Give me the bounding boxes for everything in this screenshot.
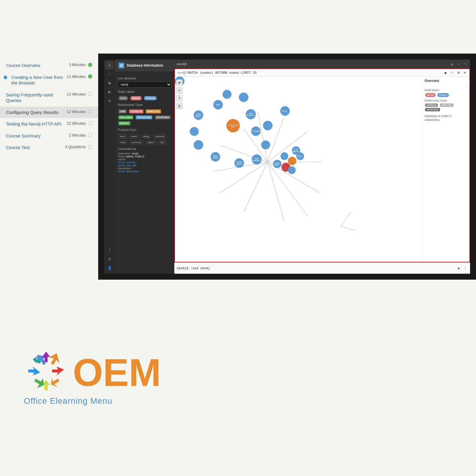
query-pane-play-btn[interactable]: ▶ — [444, 70, 448, 75]
sidebar-item-testing-http[interactable]: Testing the Neo4j HTTP API 12 Minutes — [0, 118, 98, 130]
sidebar-item-title-course-summary: Course Summary — [6, 133, 65, 139]
rel-type-acted-in[interactable]: ACTED IN — [129, 109, 143, 113]
graph-node-7[interactable]: Cuba Gooding Jr — [252, 154, 262, 165]
sidebar-item-title-course-overview: Course Overview — [6, 62, 65, 68]
overview-badge-person[interactable]: Person — [437, 93, 449, 97]
rel-type-wrote[interactable]: WROTE — [118, 121, 130, 125]
topbar-close-btn[interactable]: ✕ — [463, 62, 468, 66]
rel-type-directed[interactable]: DIRECTED — [146, 109, 161, 113]
svg-point-0 — [120, 64, 123, 67]
graph-node-center[interactable]: A Few Good Men — [226, 119, 240, 132]
graph-node-4[interactable] — [194, 140, 203, 150]
db-panel-icon — [118, 62, 124, 68]
graph-node-6[interactable]: Kevin Bacon — [234, 158, 244, 168]
main-content-row: Course Overview 3 Minutes Creating a New… — [0, 54, 476, 280]
browser-topbar-title: neo4j$ — [177, 62, 448, 66]
svg-line-6 — [244, 162, 267, 212]
home-icon-btn[interactable]: ⌂ — [105, 61, 114, 69]
svg-marker-18 — [47, 351, 63, 367]
overview-rel-types: ACTED IN DIRECTED PRODUCED — [425, 103, 467, 112]
sidebar-item-title-configuring-query: Configuring Query Results — [6, 109, 65, 115]
rel-type-follows[interactable]: FOLLOWS — [118, 115, 133, 119]
graph-node-5[interactable]: Kathy Bates — [211, 152, 220, 162]
prop-name: name — [129, 134, 139, 138]
overview-badge-movie[interactable]: Movie — [425, 93, 436, 97]
gear-icon-btn[interactable]: ⚙ — [105, 255, 114, 263]
topbar-play-btn[interactable]: ▶ — [450, 62, 455, 66]
play-icon-btn[interactable]: ▶ — [105, 88, 114, 96]
graph-node-8[interactable] — [261, 140, 270, 149]
overview-header-row: › — [425, 84, 467, 87]
sidebar-item-meta-1: 11 Minutes — [65, 74, 92, 79]
rel-type-produced[interactable]: PRODUCED — [136, 115, 152, 119]
svg-marker-19 — [52, 367, 64, 375]
prop-keys-container: born name rating released roles summary … — [118, 133, 171, 145]
rel-types-container: 1258 ACTED IN DIRECTED FOLLOWS PRODUCED … — [118, 108, 171, 126]
svg-line-15 — [341, 226, 356, 231]
server-user-list-link[interactable]: server user list — [118, 161, 171, 164]
content-area: ⌂ ☆ ◉ ▶ ⚙ ? ⚙ 👤 Database Information — [98, 54, 476, 280]
sidebar-item-indicator-3 — [88, 109, 92, 114]
oem-logo: OEM Office Elearning Menu — [24, 350, 161, 406]
prop-rating: rating — [141, 134, 151, 138]
graph-tool-code[interactable]: {} — [176, 103, 183, 109]
graph-node-1[interactable]: Wyk — [213, 100, 223, 109]
graph-node-12[interactable] — [223, 90, 231, 99]
bottom-query-star-btn[interactable]: ☆ — [463, 266, 468, 271]
graph-node-2[interactable]: Claire Mason — [194, 110, 203, 120]
graph-node-jt[interactable]: J.T. Walsh — [251, 126, 261, 136]
graph-node-bottom-1[interactable]: Hugo Weav... — [273, 160, 281, 168]
server-disconnect-link[interactable]: server disconnect — [118, 170, 171, 173]
overview-rel-acted: ACTED IN — [425, 104, 438, 107]
graph-node-ai[interactable]: Al Pa... — [280, 106, 290, 116]
sidebar-item-creating-user[interactable]: Creating a New User from the Browser 11 … — [0, 71, 98, 89]
rel-type-reviewed[interactable]: REVIEWED — [155, 115, 171, 119]
browser-main-wrapper: neo4j$ ▶ ⤢ ✕ neo4j$ MATCH (nodes) RETURN… — [174, 60, 470, 274]
user-icon-btn[interactable]: 👤 — [105, 264, 114, 272]
sidebar-item-meta-6: 4 Questions — [65, 145, 92, 149]
bottom-query-play-btn[interactable]: ▶ — [457, 266, 461, 271]
rel-types-title: Relationship Types — [118, 103, 171, 107]
star-icon-btn[interactable]: ☆ — [105, 70, 114, 78]
overview-display-text: Displaying 25 nodes, 0 relationships. — [425, 114, 467, 122]
graph-tool-text[interactable]: T — [176, 95, 183, 101]
rel-type-1258[interactable]: 1258 — [118, 109, 127, 113]
query-pane-settings-btn[interactable]: ⚙ — [456, 70, 461, 75]
graph-tool-expand[interactable]: ⊞ — [176, 79, 183, 86]
query-pane-close-btn[interactable]: ✕ — [462, 70, 467, 75]
sidebar-item-indicator-4 — [88, 121, 92, 126]
db-select[interactable]: neo4j — [118, 82, 171, 88]
sidebar-item-title-creating-user: Creating a New User from the Browser — [11, 74, 65, 86]
graph-node-bottom-orange[interactable] — [288, 157, 296, 165]
graph-node-9[interactable] — [263, 121, 273, 130]
graph-node-3[interactable] — [190, 127, 199, 136]
prop-summary: summary — [130, 140, 143, 144]
graph-node-sean[interactable]: Sea... — [296, 152, 304, 160]
sidebar-item-saving-queries[interactable]: Saving Frequently-used Queries 12 Minute… — [0, 89, 98, 107]
server-user-add-link[interactable]: server user add — [118, 164, 171, 167]
overview-expand-btn[interactable]: › — [466, 84, 467, 87]
node-label-movie[interactable]: Movie — [130, 96, 142, 100]
sidebar-item-configuring-query[interactable]: Configuring Query Results 12 Minutes — [0, 107, 98, 118]
sidebar-item-title-testing-http: Testing the Neo4j HTTP API — [6, 121, 65, 127]
overview-node-labels: Movie Person — [425, 93, 467, 98]
sidebar-item-course-summary[interactable]: Course Summary 2 Minutes — [0, 130, 98, 142]
db-panel-header: Database Information — [115, 60, 174, 71]
query-pane-star-btn[interactable]: ☆ — [450, 70, 455, 75]
sidebar-item-course-overview[interactable]: Course Overview 3 Minutes — [0, 60, 98, 71]
graph-tool-table[interactable]: ≡ — [176, 87, 183, 94]
graph-node-bottom-3[interactable] — [288, 166, 296, 174]
graph-node-11[interactable] — [239, 93, 248, 102]
topbar-expand-btn[interactable]: ⤢ — [456, 62, 461, 66]
node-label-1171[interactable]: 1171 — [118, 96, 128, 100]
sidebar-item-course-test[interactable]: Course Test 4 Questions — [0, 142, 98, 154]
svg-line-5 — [220, 162, 268, 193]
settings-small-btn[interactable]: ⚙ — [105, 97, 114, 105]
graph-node-jack[interactable]: Jack Nicholson — [246, 109, 256, 119]
db-icon-btn[interactable]: ◉ — [105, 79, 114, 87]
node-label-person[interactable]: Person — [144, 96, 157, 100]
graph-node-bottom-2[interactable] — [281, 152, 288, 160]
neo4j-container: ⌂ ☆ ◉ ▶ ⚙ ? ⚙ 👤 Database Information — [104, 60, 470, 274]
oem-arrows-svg — [24, 350, 68, 395]
help-icon-btn[interactable]: ? — [105, 246, 114, 254]
